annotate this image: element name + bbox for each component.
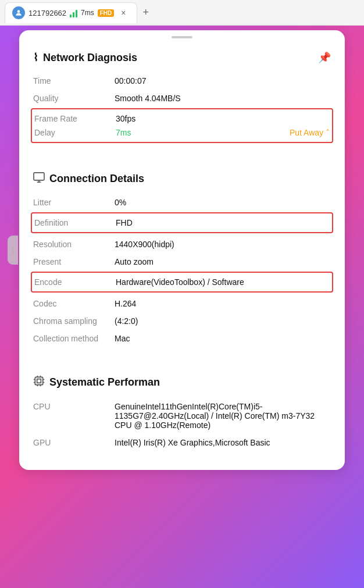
present-row: Present Auto zoom (33, 253, 331, 270)
codec-label: Codec (33, 299, 115, 308)
svg-rect-1 (34, 173, 44, 180)
network-diagnosis-title: ⌇ Network Diagnosis 📌 (33, 51, 331, 64)
time-row: Time 00:00:07 (33, 72, 331, 90)
delay-value-container: 7ms Put Away ˄ (116, 128, 330, 137)
frame-delay-highlight: Frame Rate 30fps Delay 7ms Put Away ˄ (31, 108, 333, 143)
chroma-label: Chroma sampling (33, 316, 115, 326)
browser-bar: 121792662 7ms FHD × + (0, 0, 364, 26)
resolution-label: Resolution (33, 240, 115, 249)
gpu-value: Intel(R) Iris(R) Xe Graphics,Microsoft B… (115, 438, 331, 447)
svg-rect-4 (35, 377, 42, 384)
definition-highlight: Definition FHD (31, 212, 333, 233)
definition-row: Definition FHD (34, 216, 330, 230)
frame-rate-value: 30fps (116, 114, 330, 123)
monitor-icon (33, 172, 45, 186)
tab-title: 121792662 (28, 9, 66, 17)
codec-row: Codec H.264 (33, 295, 331, 312)
delay-row: Delay 7ms Put Away ˄ (34, 126, 330, 140)
latency-badge: 7ms (81, 9, 94, 17)
collection-label: Collection method (33, 334, 115, 343)
gpu-label: GPU (33, 438, 115, 447)
delay-value: 7ms (116, 128, 131, 137)
delay-label: Delay (34, 128, 116, 137)
systematic-section: Systematic Performan CPU GenuineIntel11t… (19, 366, 345, 461)
definition-label: Definition (34, 218, 116, 227)
present-value: Auto zoom (115, 257, 331, 266)
encode-label: Encode (34, 277, 116, 287)
network-diagnosis-section: ⌇ Network Diagnosis 📌 Time 00:00:07 Qual… (19, 42, 345, 154)
connection-details-title: Connection Details (33, 172, 331, 186)
quality-value: Smooth 4.04MB/S (115, 94, 331, 103)
drag-handle[interactable] (19, 30, 345, 42)
chroma-row: Chroma sampling (4:2:0) (33, 312, 331, 330)
browser-tab[interactable]: 121792662 7ms FHD × (5, 2, 137, 23)
collection-value: Mac (115, 334, 331, 343)
litter-label: Litter (33, 198, 115, 207)
cpu-chip-icon (33, 375, 45, 390)
svg-rect-5 (37, 379, 41, 383)
quality-row: Quality Smooth 4.04MB/S (33, 90, 331, 107)
quality-badge: FHD (98, 9, 115, 17)
svg-point-0 (17, 10, 20, 13)
resolution-row: Resolution 1440X900(hidpi) (33, 236, 331, 253)
systematic-title: Systematic Performan (33, 375, 331, 390)
time-value: 00:00:07 (115, 76, 331, 85)
connection-details-section: Connection Details Litter 0% Definition … (19, 163, 345, 357)
frame-rate-row: Frame Rate 30fps (34, 112, 330, 126)
present-label: Present (33, 257, 115, 266)
litter-value: 0% (115, 198, 331, 207)
resolution-value: 1440X900(hidpi) (115, 240, 331, 249)
chroma-value: (4:2:0) (115, 316, 331, 326)
encode-highlight: Encode Hardware(VideoToolbox) / Software (31, 272, 333, 293)
signal-icon (70, 8, 77, 17)
close-tab-button[interactable]: × (117, 7, 129, 19)
panel-container: ⌇ Network Diagnosis 📌 Time 00:00:07 Qual… (19, 30, 345, 470)
encode-row: Encode Hardware(VideoToolbox) / Software (34, 275, 330, 289)
cpu-label: CPU (33, 402, 115, 411)
time-label: Time (33, 76, 115, 85)
waveform-icon: ⌇ (33, 51, 38, 64)
litter-row: Litter 0% (33, 194, 331, 211)
codec-value: H.264 (115, 299, 331, 308)
definition-value: FHD (116, 218, 330, 227)
put-away-button[interactable]: Put Away ˄ (290, 128, 330, 137)
avatar (12, 6, 25, 19)
drag-bar (172, 36, 192, 38)
panel: ⌇ Network Diagnosis 📌 Time 00:00:07 Qual… (19, 30, 345, 470)
frame-rate-label: Frame Rate (34, 114, 116, 123)
encode-value: Hardware(VideoToolbox) / Software (116, 277, 330, 287)
collection-row: Collection method Mac (33, 330, 331, 347)
gpu-row: GPU Intel(R) Iris(R) Xe Graphics,Microso… (33, 434, 331, 451)
cpu-row: CPU GenuineIntel11thGenIntel(R)Core(TM)i… (33, 398, 331, 434)
sidebar-handle[interactable] (8, 236, 18, 265)
cpu-value: GenuineIntel11thGenIntel(R)Core(TM)i5-11… (115, 402, 331, 430)
pin-icon[interactable]: 📌 (318, 51, 331, 64)
quality-label: Quality (33, 94, 115, 103)
new-tab-button[interactable]: + (140, 5, 153, 20)
